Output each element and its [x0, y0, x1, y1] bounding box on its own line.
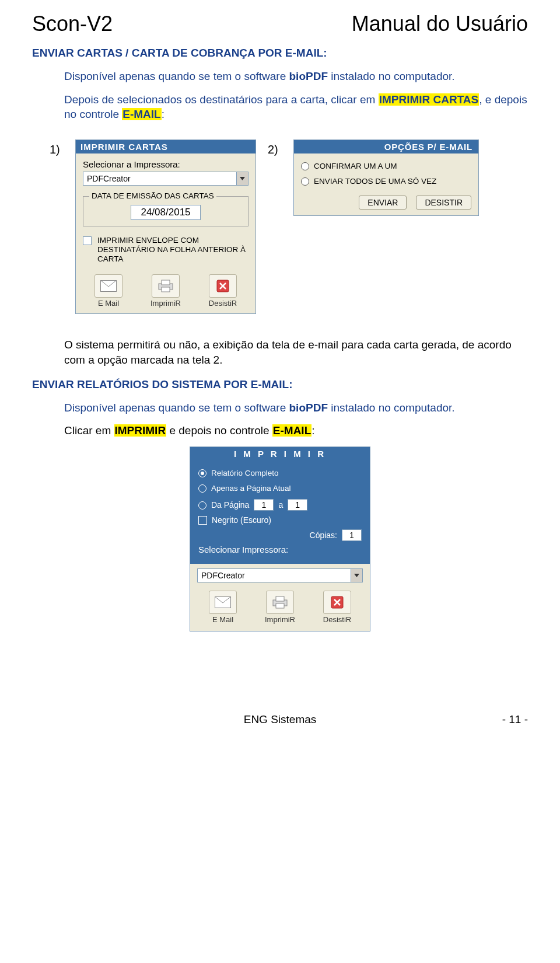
- radio-icon[interactable]: [198, 469, 206, 477]
- highlight: E-MAIL: [122, 108, 161, 120]
- highlight: IMPRIMIR: [114, 424, 167, 437]
- section-2-para-2: Clicar em IMPRIMIR e depois no controle …: [32, 423, 528, 438]
- emission-date-fieldset: DATA DE EMISSÃO DAS CARTAS 24/08/2015: [83, 196, 249, 226]
- section-2-para-1: Disponível apenas quando se tem o softwa…: [32, 400, 528, 416]
- text-bold: bioPDF: [289, 70, 328, 82]
- button-label: DesistiR: [200, 299, 246, 308]
- radio-da-pagina-row[interactable]: Da Página 1 a 1: [198, 499, 362, 511]
- svg-rect-4: [162, 287, 170, 292]
- radio-relatorio-completo[interactable]: Relatório Completo: [198, 469, 362, 478]
- header-left: Scon-V2: [32, 12, 113, 36]
- text-fragment: :: [162, 108, 164, 120]
- copies-input[interactable]: 1: [342, 529, 362, 541]
- text-fragment: Disponível apenas quando se tem o softwa…: [64, 402, 289, 414]
- panel-1-title: IMPRIMIR CARTAS: [76, 140, 256, 153]
- footer-company: ENG Sistemas: [67, 713, 493, 726]
- label-a: a: [278, 500, 283, 510]
- dropdown-arrow-icon[interactable]: [236, 172, 248, 185]
- close-icon: [209, 274, 237, 298]
- panel-imprimir: I M P R I M I R Relatório Completo Apena…: [190, 446, 370, 631]
- text-bold: bioPDF: [289, 402, 328, 414]
- section-1-para-1: Disponível apenas quando se tem o softwa…: [32, 69, 528, 84]
- footer-page-number: - 11 -: [493, 713, 528, 726]
- copies-label: Cópias:: [310, 531, 337, 540]
- highlight: E-MAIL: [272, 424, 312, 437]
- enviar-button[interactable]: ENVIAR: [359, 196, 407, 210]
- desistir-button[interactable]: DESISTIR: [416, 196, 471, 210]
- negrito-label: Negrito (Escuro): [212, 515, 271, 525]
- emission-date-input[interactable]: 24/08/2015: [131, 205, 200, 220]
- cancel-button-2[interactable]: DesistiR: [314, 591, 360, 624]
- mail-icon: [94, 274, 123, 298]
- panel-imprimir-cartas: IMPRIMIR CARTAS Selecionar a Impressora:…: [75, 139, 256, 315]
- radio-label: Da Página: [211, 500, 249, 510]
- text-fragment: :: [312, 424, 314, 437]
- button-label: ImprimiR: [257, 615, 303, 624]
- button-label: DesistiR: [314, 615, 360, 624]
- print-envelope-checkbox-row[interactable]: IMPRIMIR ENVELOPE COM DESTINATÁRIO NA FO…: [83, 236, 249, 264]
- button-label: E Mail: [200, 615, 246, 624]
- svg-rect-12: [276, 603, 284, 608]
- highlight: IMPRIMIR CARTAS: [379, 93, 480, 106]
- section-1-para-3: O sistema permitirá ou não, a exibição d…: [32, 337, 528, 367]
- panel-1-number: 1): [50, 139, 64, 156]
- printer-select-value: PDFCreator: [83, 172, 236, 185]
- checkbox-icon[interactable]: [83, 236, 92, 245]
- print-button[interactable]: ImprimiR: [142, 274, 189, 308]
- page-from-input[interactable]: 1: [254, 499, 274, 511]
- panel-opcoes-email: OPÇÕES P/ E-MAIL CONFIRMAR UM A UM ENVIA…: [293, 139, 479, 216]
- radio-label: ENVIAR TODOS DE UMA SÓ VEZ: [314, 177, 436, 186]
- radio-pagina-atual[interactable]: Apenas a Página Atual: [198, 484, 362, 493]
- text-fragment: Disponível apenas quando se tem o softwa…: [64, 70, 289, 82]
- page-to-input[interactable]: 1: [288, 499, 307, 511]
- radio-label: Relatório Completo: [211, 469, 279, 478]
- checkbox-icon[interactable]: [198, 516, 207, 525]
- printer-select[interactable]: PDFCreator: [83, 172, 249, 186]
- cancel-button[interactable]: DesistiR: [200, 274, 246, 308]
- radio-icon[interactable]: [198, 484, 206, 493]
- section-1-para-2: Depois de selecionados os destinatários …: [32, 92, 528, 122]
- printer-icon: [266, 591, 294, 614]
- radio-icon[interactable]: [301, 162, 309, 170]
- printer-icon: [152, 274, 180, 298]
- print-envelope-label: IMPRIMIR ENVELOPE COM DESTINATÁRIO NA FO…: [97, 236, 249, 264]
- section-2-title: ENVIAR RELATÓRIOS DO SISTEMA POR E-MAIL:: [32, 378, 528, 391]
- button-label: ImprimiR: [142, 299, 189, 308]
- print-button-2[interactable]: ImprimiR: [257, 591, 303, 624]
- radio-confirmar-um-a-um[interactable]: CONFIRMAR UM A UM: [301, 162, 471, 171]
- section-1-title: ENVIAR CARTAS / CARTA DE COBRANÇA POR E-…: [32, 47, 528, 60]
- panel-2-title: OPÇÕES P/ E-MAIL: [294, 140, 478, 153]
- text-fragment: instalado no computador.: [328, 402, 455, 414]
- dropdown-arrow-icon[interactable]: [351, 569, 362, 582]
- email-button[interactable]: E Mail: [85, 274, 132, 308]
- svg-marker-0: [240, 177, 245, 180]
- panels-row: 1) IMPRIMIR CARTAS Selecionar a Impresso…: [32, 139, 528, 315]
- text-fragment: Clicar em: [64, 424, 114, 437]
- page-footer: ENG Sistemas - 11 -: [0, 690, 560, 737]
- mail-icon: [209, 591, 237, 614]
- radio-enviar-todos[interactable]: ENVIAR TODOS DE UMA SÓ VEZ: [301, 177, 471, 186]
- printer-select-2-value: PDFCreator: [198, 569, 351, 582]
- radio-icon[interactable]: [198, 501, 206, 510]
- radio-label: Apenas a Página Atual: [211, 484, 291, 493]
- text-fragment: Depois de selecionados os destinatários …: [64, 93, 379, 106]
- close-icon: [323, 591, 351, 614]
- button-label: E Mail: [85, 299, 132, 308]
- panel-2-number: 2): [268, 139, 282, 156]
- email-button-2[interactable]: E Mail: [200, 591, 246, 624]
- radio-label: CONFIRMAR UM A UM: [314, 162, 397, 171]
- printer-select-2[interactable]: PDFCreator: [197, 568, 363, 582]
- svg-rect-3: [162, 280, 170, 285]
- printer-select-label-2: Selecionar Impressora:: [198, 545, 362, 554]
- svg-marker-8: [354, 574, 359, 577]
- radio-icon[interactable]: [301, 177, 309, 186]
- negrito-checkbox-row[interactable]: Negrito (Escuro): [198, 515, 362, 525]
- doc-header: Scon-V2 Manual do Usuário: [32, 12, 528, 36]
- printer-select-label: Selecionar a Impressora:: [83, 159, 249, 169]
- svg-rect-11: [276, 596, 284, 601]
- text-fragment: e depois no controle: [166, 424, 272, 437]
- header-right: Manual do Usuário: [352, 12, 528, 36]
- text-fragment: instalado no computador.: [328, 70, 455, 82]
- panel-3-title: I M P R I M I R: [190, 447, 370, 460]
- emission-date-legend: DATA DE EMISSÃO DAS CARTAS: [89, 191, 216, 200]
